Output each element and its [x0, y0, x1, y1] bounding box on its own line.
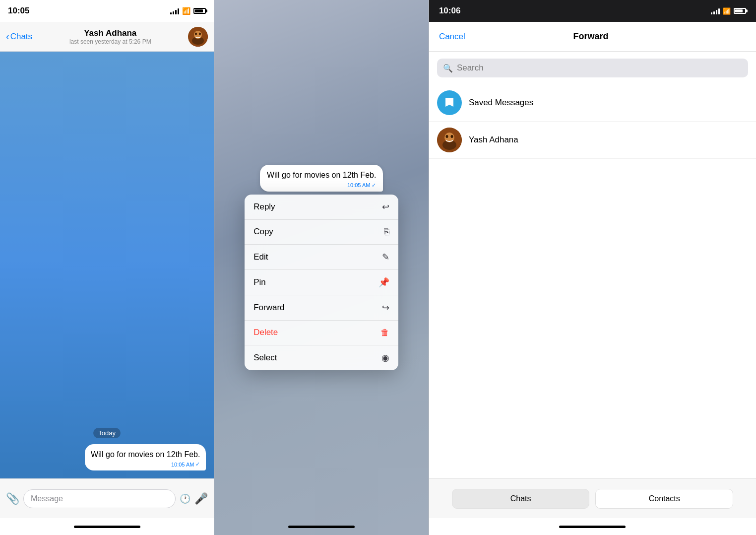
panel2-home-bar	[288, 526, 355, 528]
wifi-icon: 📶	[182, 7, 190, 15]
tab-contacts-label: Contacts	[649, 494, 680, 503]
message-text: Will go for movies on 12th Feb.	[91, 450, 200, 459]
date-separator: Today	[8, 428, 206, 438]
delete-icon: 🗑	[380, 328, 389, 338]
context-menu: Reply ↩ Copy ⎘ Edit ✎ Pin 📌 Forward ↪ De…	[245, 195, 398, 370]
message-time: 10:05 AM	[171, 462, 194, 468]
back-label: Chats	[10, 32, 32, 42]
forward-contact-yash[interactable]: Yash Adhana	[429, 122, 756, 159]
select-icon: ◉	[381, 352, 389, 363]
context-message-meta: 10:05 AM ✓	[267, 182, 377, 189]
edit-icon: ✎	[382, 252, 389, 263]
status-icons: 📶	[170, 7, 206, 15]
status-time: 10:05	[8, 6, 29, 16]
yash-contact-avatar	[437, 128, 462, 152]
forward-label: Forward	[253, 303, 284, 313]
svg-point-4	[199, 32, 201, 35]
sticker-icon[interactable]: 🕐	[180, 493, 190, 504]
message-input[interactable]: Message	[23, 489, 176, 508]
forward-contact-list: Saved Messages Yash Adhana	[429, 84, 756, 478]
panel2-home-indicator	[214, 518, 428, 535]
context-menu-copy[interactable]: Copy ⎘	[245, 220, 398, 245]
forward-status-bar: 10:06 📶	[429, 0, 756, 22]
contact-avatar[interactable]	[188, 27, 208, 47]
forward-title: Forward	[573, 31, 608, 42]
saved-messages-name: Saved Messages	[469, 98, 533, 108]
forward-battery-icon	[734, 8, 746, 14]
tab-contacts[interactable]: Contacts	[595, 489, 733, 509]
edit-label: Edit	[253, 252, 268, 262]
message-bubble[interactable]: Will go for movies on 12th Feb. 10:05 AM…	[85, 444, 206, 470]
context-panel: Will go for movies on 12th Feb. 10:05 AM…	[214, 0, 428, 535]
forward-search-bar[interactable]: 🔍	[437, 59, 748, 77]
forward-panel: 10:06 📶 Cancel Forward 🔍	[429, 0, 756, 535]
svg-point-8	[445, 135, 448, 138]
read-checkmark-icon: ✓	[195, 461, 200, 468]
status-bar: 10:05 📶	[0, 0, 214, 22]
context-menu-delete[interactable]: Delete 🗑	[245, 321, 398, 345]
message-meta: 10:05 AM ✓	[91, 461, 200, 468]
chat-panel: 10:05 📶 ‹ Chats Yash Adhana last seen ye…	[0, 0, 214, 535]
pin-label: Pin	[253, 277, 266, 287]
forward-home-bar	[559, 526, 626, 528]
forward-icon: ↪	[382, 302, 389, 313]
context-menu-reply[interactable]: Reply ↩	[245, 195, 398, 220]
attachment-icon[interactable]: 📎	[6, 492, 19, 505]
copy-icon: ⎘	[384, 227, 389, 237]
contact-status: last seen yesterday at 5:26 PM	[69, 38, 151, 45]
forward-status-time: 10:06	[439, 6, 460, 16]
forward-home-indicator	[429, 518, 756, 535]
context-message-text: Will go for movies on 12th Feb.	[267, 171, 377, 179]
reply-label: Reply	[253, 202, 275, 212]
search-icon: 🔍	[443, 64, 453, 73]
delete-label: Delete	[253, 328, 278, 337]
svg-point-9	[450, 135, 453, 138]
context-menu-edit[interactable]: Edit ✎	[245, 245, 398, 270]
forward-signal-icon	[711, 7, 720, 14]
signal-icon	[170, 7, 179, 14]
chat-input-bar: 📎 Message 🕐 🎤	[0, 478, 214, 518]
back-button[interactable]: ‹ Chats	[6, 31, 32, 42]
context-message-preview: Will go for movies on 12th Feb. 10:05 AM…	[260, 165, 383, 191]
search-input[interactable]	[457, 63, 742, 73]
copy-label: Copy	[253, 227, 273, 237]
forward-tab-bar: Chats Contacts	[429, 478, 756, 518]
saved-messages-avatar	[437, 90, 462, 115]
chat-header: ‹ Chats Yash Adhana last seen yesterday …	[0, 22, 214, 52]
contact-name: Yash Adhana	[84, 28, 136, 38]
battery-icon	[193, 8, 206, 14]
avatar-image	[188, 27, 208, 47]
context-menu-forward[interactable]: Forward ↪	[245, 295, 398, 321]
microphone-icon[interactable]: 🎤	[194, 492, 208, 505]
home-bar	[74, 526, 140, 528]
context-menu-select[interactable]: Select ◉	[245, 345, 398, 370]
cancel-button[interactable]: Cancel	[439, 32, 465, 42]
home-indicator	[0, 518, 214, 535]
chat-header-center: Yash Adhana last seen yesterday at 5:26 …	[36, 28, 184, 45]
forward-header: Cancel Forward	[429, 22, 756, 52]
pin-icon: 📌	[378, 277, 389, 288]
svg-point-3	[195, 32, 197, 35]
forward-status-icons: 📶	[711, 7, 746, 15]
context-message-time: 10:05 AM	[347, 182, 370, 188]
forward-wifi-icon: 📶	[723, 7, 731, 15]
reply-icon: ↩	[382, 201, 389, 212]
context-menu-pin[interactable]: Pin 📌	[245, 270, 398, 295]
date-badge: Today	[93, 428, 121, 438]
context-checkmark-icon: ✓	[372, 182, 376, 189]
tab-chats-label: Chats	[510, 494, 531, 503]
select-label: Select	[253, 353, 277, 363]
message-input-placeholder: Message	[31, 494, 63, 503]
back-chevron-icon: ‹	[6, 31, 9, 42]
messages-area: Today Will go for movies on 12th Feb. 10…	[0, 52, 214, 478]
forward-saved-messages[interactable]: Saved Messages	[429, 84, 756, 122]
tab-chats[interactable]: Chats	[452, 489, 590, 509]
yash-contact-name: Yash Adhana	[469, 135, 518, 145]
